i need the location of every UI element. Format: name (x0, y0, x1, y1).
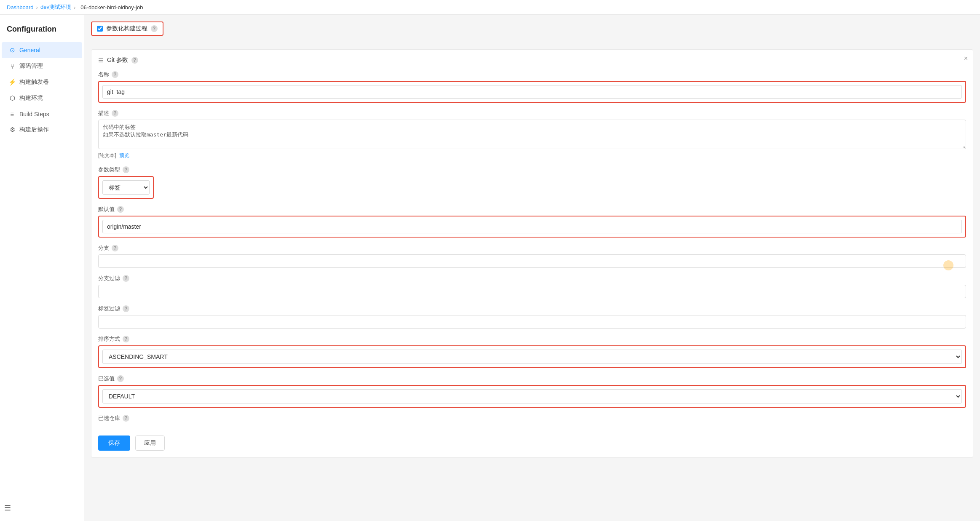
branch-filter-input[interactable] (98, 285, 966, 298)
param-type-highlight: 标签 分支 修订版本 标签或分支 (98, 176, 154, 199)
sort-mode-group: 排序方式 ? ASCENDING_SMART ASCENDING DESCEND… (98, 335, 966, 368)
tag-filter-group: 标签过滤 ? (98, 305, 966, 329)
breadcrumb: Dashboard › dev测试环境 › 06-docker-bird-old… (0, 0, 980, 15)
selected-value-highlight: DEFAULT TOP NONE (98, 385, 966, 408)
selected-value-select[interactable]: DEFAULT TOP NONE (102, 389, 962, 403)
name-label: 名称 ? (98, 71, 966, 78)
sort-mode-select[interactable]: ASCENDING_SMART ASCENDING DESCENDING_SMA… (102, 350, 962, 364)
selected-value-help-icon[interactable]: ? (117, 375, 124, 382)
param-type-label: 参数类型 ? (98, 166, 966, 174)
selected-value-group: 已选值 ? DEFAULT TOP NONE (98, 375, 966, 408)
sidebar-item-source[interactable]: ⑂ 源码管理 (2, 58, 82, 74)
param-checkbox[interactable] (97, 26, 103, 32)
bottom-left-menu-icon[interactable]: ☰ (4, 503, 11, 513)
branch-filter-group: 分支过滤 ? (98, 275, 966, 298)
tag-filter-help-icon[interactable]: ? (123, 305, 129, 312)
default-value-input[interactable] (102, 220, 962, 233)
param-type-select[interactable]: 标签 分支 修订版本 标签或分支 (102, 180, 150, 195)
param-bar: 参数化构建过程 ? (91, 21, 163, 36)
sort-mode-label: 排序方式 ? (98, 335, 966, 343)
default-value-label: 默认值 ? (98, 206, 966, 213)
description-textarea[interactable]: 代码中的标签 如果不选默认拉取master最新代码 (98, 120, 966, 149)
branch-group: 分支 ? (98, 244, 966, 268)
post-build-icon: ⚙ (8, 126, 16, 134)
breadcrumb-job: 06-docker-bird-oldboy-job (80, 4, 143, 11)
panel-header: ☰ Git 参数 ? (98, 56, 966, 64)
name-field-group: 名称 ? (98, 71, 966, 103)
param-help-icon[interactable]: ? (151, 25, 158, 32)
panel-help-icon[interactable]: ? (131, 57, 138, 64)
param-label: 参数化构建过程 (106, 25, 147, 32)
default-value-group: 默认值 ? (98, 206, 966, 238)
general-icon: ⊙ (8, 46, 16, 54)
branch-input[interactable] (98, 254, 966, 268)
name-highlight-wrapper (98, 81, 966, 103)
preview-link[interactable]: 预览 (119, 152, 129, 158)
description-help-icon[interactable]: ? (112, 110, 118, 117)
default-value-help-icon[interactable]: ? (117, 206, 124, 213)
env-icon: ⬡ (8, 94, 16, 102)
name-input[interactable] (102, 85, 962, 99)
sidebar-item-post-build-label: 构建后操作 (19, 126, 49, 134)
sidebar: Configuration ⊙ General ⑂ 源码管理 ⚡ 构建触发器 ⬡… (0, 15, 84, 521)
branch-filter-help-icon[interactable]: ? (123, 275, 129, 282)
sidebar-item-source-label: 源码管理 (19, 62, 43, 70)
save-button[interactable]: 保存 (98, 436, 130, 451)
sort-mode-help-icon[interactable]: ? (123, 336, 129, 342)
git-panel: ☰ Git 参数 ? × 名称 ? 描述 ? (91, 49, 973, 458)
tag-filter-label: 标签过滤 ? (98, 305, 966, 313)
build-steps-icon: ≡ (8, 110, 16, 118)
sidebar-item-env[interactable]: ⬡ 构建环境 (2, 90, 82, 106)
name-help-icon[interactable]: ? (112, 71, 118, 78)
sort-mode-highlight: ASCENDING_SMART ASCENDING DESCENDING_SMA… (98, 345, 966, 368)
sidebar-item-post-build[interactable]: ⚙ 构建后操作 (2, 122, 82, 138)
selected-repo-group: 已选仓库 ? (98, 414, 966, 422)
sidebar-item-general-label: General (19, 47, 40, 53)
bottom-actions: 保存 应用 (98, 429, 966, 451)
branch-filter-label: 分支过滤 ? (98, 275, 966, 282)
param-type-help-icon[interactable]: ? (123, 166, 129, 173)
branch-help-icon[interactable]: ? (112, 245, 118, 251)
source-icon: ⑂ (8, 63, 16, 70)
sidebar-item-general[interactable]: ⊙ General (2, 42, 82, 58)
main-content: 参数化构建过程 ? ☰ Git 参数 ? × 名称 ? (84, 15, 980, 521)
sidebar-title: Configuration (0, 21, 84, 42)
selected-repo-help-icon[interactable]: ? (123, 415, 129, 422)
selected-repo-label: 已选仓库 ? (98, 414, 966, 422)
selected-value-label: 已选值 ? (98, 375, 966, 382)
sidebar-item-env-label: 构建环境 (19, 94, 43, 102)
triggers-icon: ⚡ (8, 78, 16, 86)
param-type-group: 参数类型 ? 标签 分支 修订版本 标签或分支 (98, 166, 966, 199)
breadcrumb-dashboard[interactable]: Dashboard (7, 4, 34, 11)
format-hint: [纯文本] (98, 152, 116, 158)
sidebar-item-build-steps-label: Build Steps (19, 111, 49, 118)
sidebar-item-build-steps[interactable]: ≡ Build Steps (2, 106, 82, 122)
panel-menu-icon: ☰ (98, 57, 104, 64)
panel-close-button[interactable]: × (964, 55, 968, 62)
panel-title: Git 参数 (107, 56, 128, 64)
apply-button[interactable]: 应用 (135, 436, 165, 451)
sidebar-item-triggers[interactable]: ⚡ 构建触发器 (2, 74, 82, 90)
description-label: 描述 ? (98, 110, 966, 117)
branch-label: 分支 ? (98, 244, 966, 252)
default-value-highlight (98, 216, 966, 238)
tag-filter-input[interactable] (98, 315, 966, 329)
description-field-group: 描述 ? 代码中的标签 如果不选默认拉取master最新代码 [纯文本] 预览 (98, 110, 966, 159)
sidebar-item-triggers-label: 构建触发器 (19, 78, 49, 86)
breadcrumb-env[interactable]: dev测试环境 (40, 3, 71, 11)
